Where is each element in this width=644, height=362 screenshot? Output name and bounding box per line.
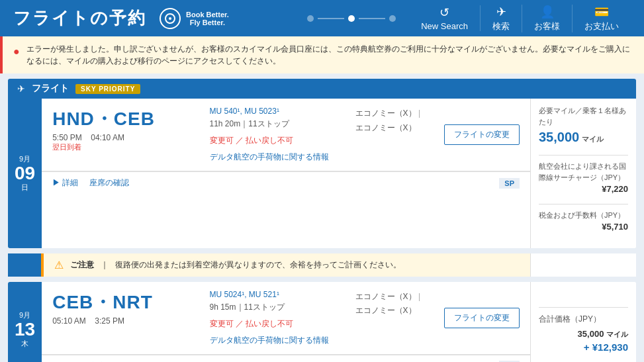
outbound-detail-row: HND・CEB 5:50 PM 04:10 AM 翌日到着 MU 540¹, M… [42,99,530,172]
outbound-row: 9月 09 日 HND・CEB 5:50 PM 04:10 AM 翌日到着 [8,99,636,248]
return-baggage[interactable]: デルタ航空の手荷物に関する情報 [210,335,329,346]
return-times: 05:10 AM 3:25 PM [52,316,185,326]
customer-icon: 👤 [540,5,555,19]
notice-sidebar-spacer [530,253,636,277]
header: フライトの予約 Book Better. Fly Better. ↺ New S… [0,0,644,36]
page-title: フライトの予約 [13,7,146,30]
return-date: 9月 13 木 [8,282,42,363]
outbound-flight-num: MU 540¹, MU 5023¹ [210,107,329,116]
outbound-change-status: 変更可 ／ 払い戻し不可 [210,135,329,146]
outbound-header: ✈ フライト SKY PRIORITY [8,79,636,99]
sky-priority-badge: SKY PRIORITY [75,84,140,94]
outbound-action: フライトの変更 [434,99,530,171]
return-route-info: CEB・NRT 05:10 AM 3:25 PM [42,282,196,355]
nav: ↺ New Search ✈ 検索 👤 お客様 💳 お支払い [409,5,631,32]
logo: Book Better. Fly Better. [160,8,229,29]
return-route: CEB・NRT [52,290,185,315]
return-footer: ▶ 詳細 座席の確認 SP [42,355,530,363]
outbound-duration: 11h 20m｜11ストップ [210,118,329,130]
outbound-footer: ▶ 詳細 座席の確認 SP [42,172,530,194]
outbound-change-button[interactable]: フライトの変更 [444,124,520,145]
return-flight-card: 9月 13 木 CEB・NRT 05:10 AM 3:25 PM [8,282,636,363]
outbound-seat-link[interactable]: 座席の確認 [89,177,129,189]
return-class: エコノミー（X） | エコノミー（X） [342,282,434,355]
total-section: 合計価格（JPY） 35,000 マイル + ¥12,930 [539,313,628,355]
progress-line-2 [359,18,385,19]
outbound-times: 5:50 PM 04:10 AM [52,133,185,142]
return-detail-row: CEB・NRT 05:10 AM 3:25 PM MU 5024¹, MU 52… [42,282,530,355]
return-change-button[interactable]: フライトの変更 [444,308,520,328]
error-text: エラーが発生しました。申し訳ございませんが、お客様のスカイマイル会員口座には、こ… [26,43,633,67]
nav-new-search[interactable]: ↺ New Search [409,5,481,31]
tax-section: 税金および手数料（JPY） ¥5,710 [539,210,628,234]
nav-payment[interactable]: 💳 お支払い [573,5,631,32]
refresh-icon: ↺ [439,5,449,20]
svg-point-1 [169,17,171,20]
price-total-sidebar: 合計価格（JPY） 35,000 マイル + ¥12,930 [530,282,636,363]
logo-text: Book Better. Fly Better. [186,11,229,26]
notice-label: ご注意 [70,259,94,271]
surcharge-section: 航空会社により課される国際線サーチャージ（JPY） ¥7,220 [539,161,628,196]
return-row: 9月 13 木 CEB・NRT 05:10 AM 3:25 PM [8,282,636,363]
outbound-route: HND・CEB [52,107,185,132]
notice-bar: ⚠ ご注意 ｜ 復路便の出発または到着空港が異なりますので、余裕を持ってご計画く… [41,253,530,277]
main-content: ✈ フライト SKY PRIORITY 9月 09 日 HND・CEB 5:50… [0,73,644,362]
notice-wrapper: ⚠ ご注意 ｜ 復路便の出発または到着空港が異なりますので、余裕を持ってご計画く… [8,253,636,277]
outbound-baggage[interactable]: デルタ航空の手荷物に関する情報 [210,152,329,163]
outbound-flight-card: ✈ フライト SKY PRIORITY 9月 09 日 HND・CEB 5:50… [8,79,636,248]
error-banner: ● エラーが発生しました。申し訳ございませんが、お客様のスカイマイル会員口座には… [0,36,644,73]
outbound-details-link[interactable]: ▶ 詳細 [52,177,78,189]
progress-indicator [307,15,396,22]
notice-icon: ⚠ [54,259,64,271]
outbound-flight-numbers: MU 540¹, MU 5023¹ 11h 20m｜11ストップ 変更可 ／ 払… [197,99,342,171]
progress-dot-2 [348,15,355,22]
nav-customer[interactable]: 👤 お客様 [522,5,573,32]
outbound-route-info: HND・CEB 5:50 PM 04:10 AM 翌日到着 [42,99,196,171]
error-icon: ● [13,44,20,60]
progress-dot-1 [307,15,314,22]
progress-line-1 [318,18,344,19]
return-flight-numbers: MU 5024¹, MU 521¹ 9h 15m｜11ストップ 変更可 ／ 払い… [197,282,342,355]
progress-dot-3 [389,15,396,22]
outbound-next-day: 翌日到着 [52,142,185,152]
nav-search[interactable]: ✈ 検索 [481,5,522,32]
flight-header-plane-icon: ✈ [17,83,25,94]
notice-text: 復路便の出発または到着空港が異なりますので、余裕を持ってご計画ください。 [115,259,401,271]
return-flight-num: MU 5024¹, MU 521¹ [210,290,329,299]
payment-icon: 💳 [594,5,609,19]
plane-icon: ✈ [496,5,506,19]
notice-date-spacer [8,253,41,277]
outbound-class: エコノミー（X） | エコノミー（X） [342,99,434,171]
outbound-sp-badge: SP [499,178,520,189]
price-sidebar: 必要マイル／乗客１名様あたり 35,000 マイル 航空会社により課される国際線… [530,99,636,248]
outbound-date: 9月 09 日 [8,99,42,248]
return-action: フライトの変更 [434,282,530,355]
return-change-status: 変更可 ／ 払い戻し不可 [210,318,329,330]
return-duration: 9h 15m｜11ストップ [210,302,329,313]
flight-section-label: フライト [32,83,69,95]
logo-circle [160,8,181,29]
miles-section: 必要マイル／乗客１名様あたり 35,000 マイル [539,105,628,147]
